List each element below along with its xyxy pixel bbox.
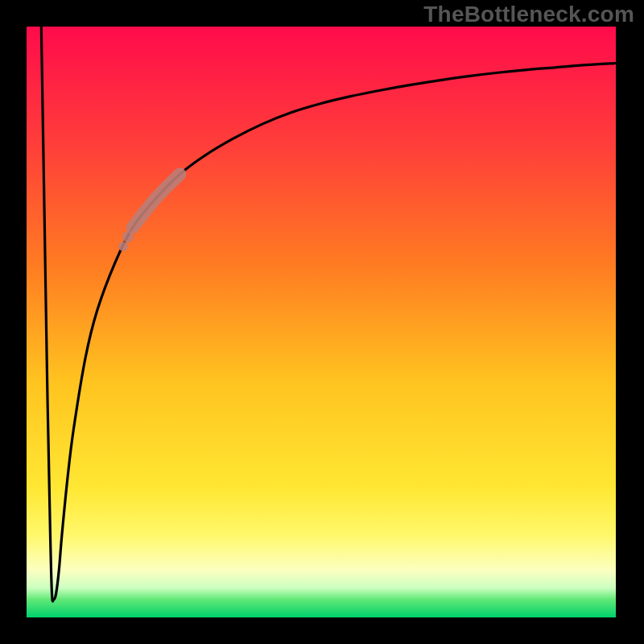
watermark-text: TheBottleneck.com: [423, 2, 634, 27]
highlight-dot-1: [118, 242, 128, 251]
chart-frame: TheBottleneck.com: [0, 0, 644, 644]
plot-area: [27, 27, 616, 617]
chart-svg: [27, 27, 616, 617]
highlight-dot-0: [122, 231, 134, 242]
heat-gradient-background: [27, 27, 616, 617]
